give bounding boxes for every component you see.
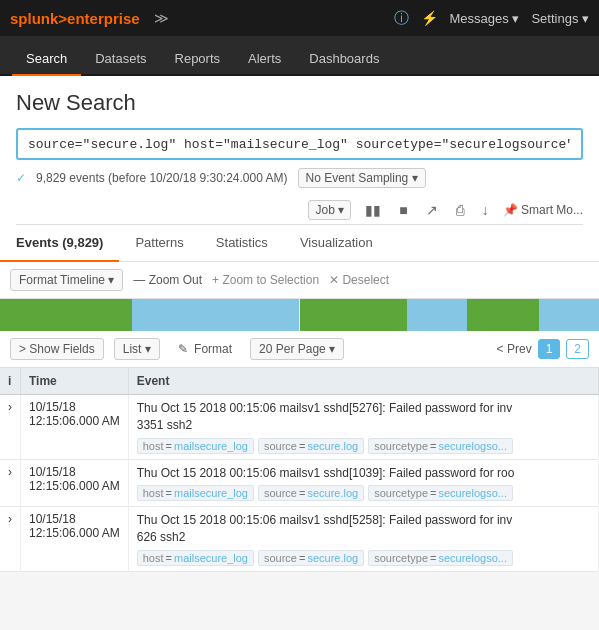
tab-alerts[interactable]: Alerts xyxy=(234,43,295,76)
tab-dashboards[interactable]: Dashboards xyxy=(295,43,393,76)
logo-product: enterprise xyxy=(67,10,140,27)
top-bar: splunk>enterprise ≫ ⓘ ⚡ Messages ▾ Setti… xyxy=(0,0,599,36)
zoom-selection-button[interactable]: + Zoom to Selection xyxy=(212,273,319,287)
per-page-button[interactable]: 20 Per Page ▾ xyxy=(250,338,344,360)
event-text-2: Thu Oct 15 2018 00:15:06 mailsv1 sshd[10… xyxy=(137,465,590,482)
table-row: › 10/15/1812:15:06.000 AM Thu Oct 15 201… xyxy=(0,507,599,572)
table-row: › 10/15/1812:15:06.000 AM Thu Oct 15 201… xyxy=(0,459,599,507)
events-count: 9,829 events (before 10/20/18 9:30:24.00… xyxy=(36,171,288,185)
tabs-row: Events (9,829) Patterns Statistics Visua… xyxy=(0,225,599,262)
logo-accent: splunk> xyxy=(10,10,67,27)
col-header-i: i xyxy=(0,368,21,395)
tab-patterns[interactable]: Patterns xyxy=(119,225,199,262)
smart-mode-button[interactable]: 📌 Smart Mo... xyxy=(503,203,583,217)
smart-mode-label: Smart Mo... xyxy=(521,203,583,217)
event-text-3: Thu Oct 15 2018 00:15:06 mailsv1 sshd[52… xyxy=(137,512,590,546)
top-bar-left: splunk>enterprise ≫ xyxy=(10,10,169,27)
timeline-bar-2 xyxy=(132,299,300,331)
event-tags-3: host = mailsecure_log source = secure.lo… xyxy=(137,550,590,566)
timeline-bar-1 xyxy=(0,299,132,331)
prev-button[interactable]: < Prev xyxy=(497,342,532,356)
row-event-3: Thu Oct 15 2018 00:15:06 mailsv1 sshd[52… xyxy=(128,507,598,572)
event-tags-2: host = mailsecure_log source = secure.lo… xyxy=(137,485,590,501)
share-button[interactable]: ↗ xyxy=(422,200,442,220)
col-header-time: Time xyxy=(21,368,129,395)
tag-host-3[interactable]: host = mailsecure_log xyxy=(137,550,254,566)
row-time-3: 10/15/1812:15:06.000 AM xyxy=(21,507,129,572)
job-bar: Job ▾ ▮▮ ■ ↗ ⎙ ↓ 📌 Smart Mo... xyxy=(16,196,583,225)
row-event-1: Thu Oct 15 2018 00:15:06 mailsv1 sshd[52… xyxy=(128,395,598,460)
timeline-bar-4 xyxy=(407,299,467,331)
search-input[interactable] xyxy=(28,137,571,152)
page-content: New Search ✓ 9,829 events (before 10/20/… xyxy=(0,76,599,225)
row-time-2: 10/15/1812:15:06.000 AM xyxy=(21,459,129,507)
tab-events[interactable]: Events (9,829) xyxy=(0,225,119,262)
print-button[interactable]: ⎙ xyxy=(452,200,468,220)
pin-icon: 📌 xyxy=(503,203,518,217)
format-label: Format xyxy=(194,342,232,356)
job-button[interactable]: Job ▾ xyxy=(308,200,351,220)
tab-datasets[interactable]: Datasets xyxy=(81,43,160,76)
row-time-1: 10/15/1812:15:06.000 AM xyxy=(21,395,129,460)
messages-button[interactable]: Messages ▾ xyxy=(450,11,520,26)
event-text-1: Thu Oct 15 2018 00:15:06 mailsv1 sshd[52… xyxy=(137,400,590,434)
main-nav: Search Datasets Reports Alerts Dashboard… xyxy=(0,36,599,76)
tab-visualization[interactable]: Visualization xyxy=(284,225,389,262)
tab-reports[interactable]: Reports xyxy=(161,43,235,76)
tag-source-3[interactable]: source = secure.log xyxy=(258,550,364,566)
tag-host-2[interactable]: host = mailsecure_log xyxy=(137,485,254,501)
export-button[interactable]: ↓ xyxy=(478,200,493,220)
row-expand-2[interactable]: › xyxy=(0,459,21,507)
page-1-button[interactable]: 1 xyxy=(538,339,561,359)
event-tags-1: host = mailsecure_log source = secure.lo… xyxy=(137,438,590,454)
list-controls: > Show Fields List ▾ ✎ Format 20 Per Pag… xyxy=(0,331,599,368)
timeline-controls: Format Timeline ▾ — Zoom Out + Zoom to S… xyxy=(0,262,599,299)
format-timeline-button[interactable]: Format Timeline ▾ xyxy=(10,269,123,291)
tab-statistics[interactable]: Statistics xyxy=(200,225,284,262)
stop-button[interactable]: ■ xyxy=(395,200,411,220)
tag-host-1[interactable]: host = mailsecure_log xyxy=(137,438,254,454)
zoom-out-button[interactable]: — Zoom Out xyxy=(133,273,202,287)
row-expand-3[interactable]: › xyxy=(0,507,21,572)
row-expand-1[interactable]: › xyxy=(0,395,21,460)
pause-button[interactable]: ▮▮ xyxy=(361,200,385,220)
pencil-icon: ✎ xyxy=(178,342,188,356)
list-dropdown[interactable]: List ▾ xyxy=(114,338,160,360)
col-header-event: Event xyxy=(128,368,598,395)
row-event-2: Thu Oct 15 2018 00:15:06 mailsv1 sshd[10… xyxy=(128,459,598,507)
splunk-logo: splunk>enterprise xyxy=(10,10,140,27)
check-icon: ✓ xyxy=(16,171,26,185)
table-header-row: i Time Event xyxy=(0,368,599,395)
tab-search[interactable]: Search xyxy=(12,43,81,76)
format-button[interactable]: ✎ Format xyxy=(170,339,240,359)
settings-button[interactable]: Settings ▾ xyxy=(531,11,589,26)
deselect-button[interactable]: ✕ Deselect xyxy=(329,273,389,287)
nav-icon[interactable]: ≫ xyxy=(154,10,169,26)
table-row: › 10/15/1812:15:06.000 AM Thu Oct 15 201… xyxy=(0,395,599,460)
no-sampling-button[interactable]: No Event Sampling ▾ xyxy=(298,168,426,188)
timeline-bar-6 xyxy=(539,299,599,331)
search-bar-wrap xyxy=(16,128,583,160)
timeline-bar-3 xyxy=(300,299,408,331)
info-icon[interactable]: ⓘ xyxy=(394,9,409,28)
timeline-bar-5 xyxy=(467,299,539,331)
page-title: New Search xyxy=(16,90,583,116)
show-fields-button[interactable]: > Show Fields xyxy=(10,338,104,360)
status-bar: ✓ 9,829 events (before 10/20/18 9:30:24.… xyxy=(16,168,583,188)
activity-icon[interactable]: ⚡ xyxy=(421,10,438,26)
timeline-chart xyxy=(0,299,599,331)
results-table: i Time Event › 10/15/1812:15:06.000 AM T… xyxy=(0,368,599,572)
tag-sourcetype-2[interactable]: sourcetype = securelogso... xyxy=(368,485,513,501)
tag-sourcetype-1[interactable]: sourcetype = securelogso... xyxy=(368,438,513,454)
tag-source-1[interactable]: source = secure.log xyxy=(258,438,364,454)
top-bar-right: ⓘ ⚡ Messages ▾ Settings ▾ xyxy=(394,9,589,28)
pagination: < Prev 1 2 xyxy=(497,339,589,359)
tag-sourcetype-3[interactable]: sourcetype = securelogso... xyxy=(368,550,513,566)
tag-source-2[interactable]: source = secure.log xyxy=(258,485,364,501)
page-2-button[interactable]: 2 xyxy=(566,339,589,359)
